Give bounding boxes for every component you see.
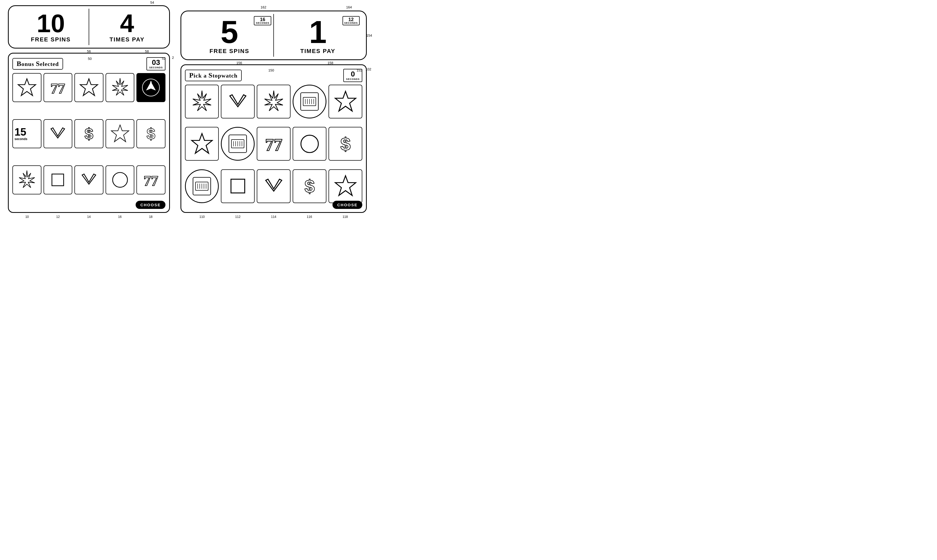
left-cell-22[interactable]: 77 [43,73,72,102]
15-seconds-label: seconds [14,137,28,141]
left-times-pay-label: TIMES PAY [109,36,145,43]
right-times-pay-number: 1 [309,16,327,48]
svg-text:77: 77 [265,135,282,154]
svg-text:$: $ [305,176,315,197]
left-award-wrapper: 10 FREE SPINS 4 TIMES PAY 56 54 58 [8,5,170,49]
left-cell-34[interactable]: $ [74,119,103,148]
left-cell-20[interactable] [12,73,42,102]
svg-rect-45 [231,179,245,193]
right-bottom-refs: 110 112 114 116 118 [180,215,367,218]
star-r2-icon [191,132,214,155]
left-cell-32[interactable] [43,119,72,148]
arrow-circle-icon [141,78,161,97]
star-r1-icon [334,90,357,113]
right-panel: 5 FREE SPINS 16 SECONDS 1 TIMES PAY 12 S… [180,5,367,218]
left-panel: 10 FREE SPINS 4 TIMES PAY 56 54 58 Bonus… [8,5,170,218]
main-container: 10 FREE SPINS 4 TIMES PAY 56 54 58 Bonus… [0,0,375,224]
chevron-down-icon [48,124,68,143]
right-free-spins-seconds-label: SECONDS [256,22,269,24]
left-cell-40[interactable] [12,165,42,194]
right-bonus-panel: Pick a Stopwatch 0 SECONDS [180,65,367,213]
ref-2: 2 [172,55,174,60]
right-cell-130[interactable] [185,127,219,161]
right-cell-124[interactable] [257,85,291,118]
left-times-pay-number: 4 [120,11,134,36]
right-cell-138[interactable]: $ [329,127,362,161]
right-award-display: 5 FREE SPINS 16 SECONDS 1 TIMES PAY 12 S… [180,11,367,60]
left-cell-44[interactable] [74,165,103,194]
right-award-wrapper: 5 FREE SPINS 16 SECONDS 1 TIMES PAY 12 S… [180,11,367,60]
ref-150: 150 [268,68,274,72]
ref-10: 10 [25,215,29,218]
left-cell-38[interactable]: $ [137,119,165,148]
svg-marker-2 [80,79,98,96]
svg-marker-9 [111,125,129,142]
right-times-pay-label: TIMES PAY [300,48,335,55]
ref-154: 154 [366,34,372,37]
right-cell-132[interactable] [221,127,255,161]
ref-112: 112 [235,215,240,218]
right-cell-144[interactable] [257,169,291,203]
right-symbol-grid: 77 $ [185,85,362,209]
starburst-r1-icon [191,90,214,113]
right-cell-140[interactable] [185,169,219,203]
right-cell-146[interactable]: $ [292,169,326,203]
stopwatch-r2-icon [227,133,248,154]
ref-114: 114 [271,215,276,218]
left-free-spins-cell: 10 FREE SPINS [13,9,89,45]
right-cell-126[interactable] [292,85,326,118]
left-cell-30[interactable]: 15 seconds [12,119,42,148]
left-cell-42[interactable] [43,165,72,194]
svg-marker-18 [265,91,283,111]
svg-marker-26 [335,91,356,111]
ref-18: 18 [149,215,152,218]
seven2-icon: 77 [141,170,161,190]
ref-50: 50 [88,57,92,61]
chevron2-down-icon [79,170,99,190]
ref-164: 164 [346,5,352,9]
right-free-spins-cell: 5 FREE SPINS 16 SECONDS [186,14,274,57]
svg-text:77: 77 [51,80,65,97]
chevron-r1-icon [226,90,249,113]
left-cell-26[interactable] [106,73,135,102]
left-cell-28[interactable] [137,73,165,102]
right-times-pay-seconds-badge: 12 SECONDS [343,16,360,25]
right-cell-122[interactable] [221,85,255,118]
right-cell-148[interactable] [329,169,362,203]
seven-r2-icon: 77 [262,132,285,155]
seven-icon: 77 [48,78,68,97]
ref-54: 54 [150,0,154,5]
svg-marker-0 [18,79,36,96]
square-r3-icon [226,175,249,198]
left-cell-24[interactable] [74,73,103,102]
right-cell-120[interactable] [185,85,219,118]
ref-118: 118 [343,215,348,218]
dollar-outline-icon: $ [141,124,161,143]
dollar2-r3-icon: $ [298,175,321,198]
right-cell-134[interactable]: 77 [257,127,291,161]
right-choose-button[interactable]: CHOOSE [332,201,362,209]
svg-text:$: $ [147,125,155,142]
left-cell-48[interactable]: 77 [137,165,165,194]
left-symbol-grid: 77 [12,73,165,209]
right-free-spins-seconds-num: 16 [256,17,269,22]
chevron2-r3-icon [262,175,285,198]
ref-102: 102 [365,67,371,71]
left-cell-46[interactable] [106,165,135,194]
svg-point-6 [150,81,152,83]
right-times-pay-cell: 1 TIMES PAY 12 SECONDS [274,14,362,57]
stopwatch-r1-icon [299,91,320,112]
circle-r2-icon [298,132,321,155]
right-cell-142[interactable] [221,169,255,203]
svg-marker-16 [192,91,211,111]
right-cell-136[interactable] [292,127,326,161]
svg-text:$: $ [85,125,94,142]
left-choose-button[interactable]: CHOOSE [135,201,165,209]
svg-marker-48 [335,176,356,196]
right-cell-128[interactable] [329,85,362,118]
stopwatch-r3-icon [191,176,212,197]
left-cell-36[interactable] [106,119,135,148]
ref-12: 12 [56,215,60,218]
right-bonus-title: Pick a Stopwatch [185,70,242,81]
left-free-spins-number: 10 [37,11,65,36]
